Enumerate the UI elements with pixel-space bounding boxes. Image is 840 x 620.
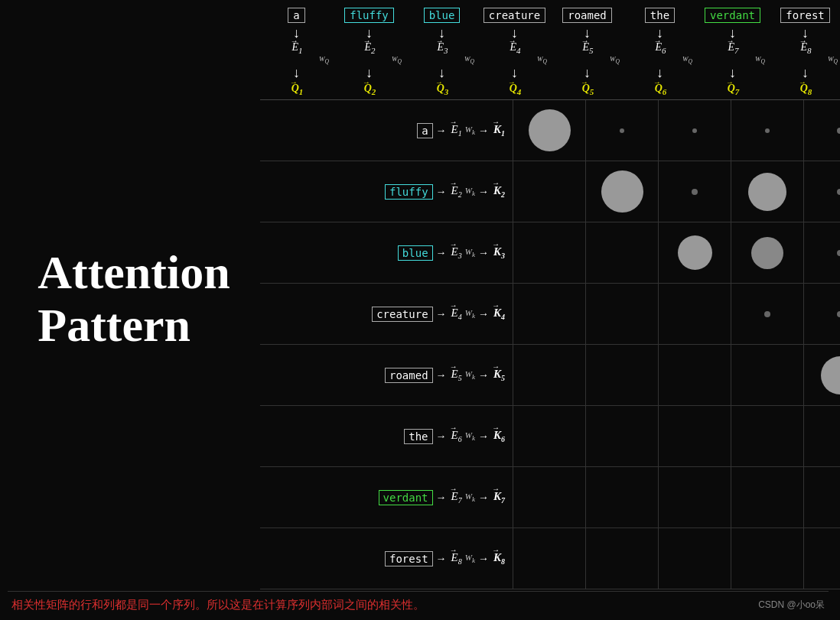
title-section: Attention Pattern xyxy=(8,8,260,589)
grid-cell-forest-creature xyxy=(731,528,803,589)
row-k-blue: → K3 xyxy=(492,245,505,260)
col-wq-0: WQ xyxy=(319,55,329,65)
col-word-forest: forest xyxy=(780,8,830,23)
grid-cell-the-roamed xyxy=(804,406,840,467)
row-word-forest: forest xyxy=(385,551,433,566)
col-word-blue: blue xyxy=(424,8,461,23)
attention-dot xyxy=(821,356,840,394)
col-header-forest: forest ↓ → E 8 WQ ↓ → Q 8 xyxy=(769,8,840,99)
grid-cell-a-blue xyxy=(659,100,731,161)
col-wq-6: WQ xyxy=(755,55,765,65)
attention-dot xyxy=(620,128,624,133)
footer-text: 相关性矩阵的行和列都是同一个序列。所以这是在计算序列内部词之间的相关性。 xyxy=(11,598,425,612)
col-e-the: → E 6 xyxy=(653,40,666,55)
col-q-fluffy: → Q 2 xyxy=(363,81,376,96)
content-row: Attention Pattern a ↓ → E 1 WQ ↓ → Q 1 xyxy=(8,8,829,589)
column-headers: a ↓ → E 1 WQ ↓ → Q 1 fluffy ↓ → E 2 WQ ↓ xyxy=(260,8,840,99)
row-label-the: the → → E6 Wk → → K6 xyxy=(260,406,513,467)
grid-cell-forest-fluffy xyxy=(586,528,658,589)
attention-dot xyxy=(529,109,571,151)
row-k-forest: → K8 xyxy=(492,551,505,566)
attention-dot xyxy=(692,128,697,133)
attention-dot xyxy=(678,235,712,270)
row-word-roamed: roamed xyxy=(385,368,433,383)
col-wq-4: WQ xyxy=(610,55,620,65)
col-q-verdant: → Q 7 xyxy=(726,81,740,96)
grid-cell-the-fluffy xyxy=(586,406,658,467)
grid-cell-creature-creature xyxy=(731,284,803,345)
attention-dot xyxy=(692,189,698,195)
col-wq-1: WQ xyxy=(392,55,402,65)
col-header-blue: blue ↓ → E 3 WQ ↓ → Q 3 xyxy=(405,8,478,99)
col-word-the: the xyxy=(645,8,675,23)
grid-cell-the-creature xyxy=(731,406,803,467)
grid-cell-a-roamed xyxy=(804,100,840,161)
col-q-blue: → Q 3 xyxy=(435,81,449,96)
row-label-blue: blue → → E3 Wk → → K3 xyxy=(260,222,513,284)
col-header-verdant: verdant ↓ → E 7 WQ ↓ → Q 7 xyxy=(696,8,769,99)
grid-cell-the-a xyxy=(513,406,585,467)
grid-col-roamed xyxy=(803,100,840,589)
grid-cell-blue-fluffy xyxy=(586,222,658,284)
title-text: Attention Pattern xyxy=(37,246,230,350)
row-labels: a → → E1 Wk → → K1 fluffy → → E2 Wk → → … xyxy=(260,100,513,589)
grid-cell-verdant-a xyxy=(513,467,585,528)
grid-cell-a-creature xyxy=(731,100,803,161)
col-wq-5: WQ xyxy=(682,55,692,65)
col-q-the: → Q 6 xyxy=(653,81,667,96)
grid-cell-a-fluffy xyxy=(586,100,658,161)
row-word-blue: blue xyxy=(398,245,433,261)
col-q-roamed: → Q 5 xyxy=(581,81,594,96)
col-wq-3: WQ xyxy=(537,55,547,65)
title-line1: Attention xyxy=(37,246,230,298)
title-line2: Pattern xyxy=(37,299,230,351)
row-word-verdant: verdant xyxy=(379,490,433,505)
row-e-forest: → E8 xyxy=(450,551,462,566)
attention-dot xyxy=(764,311,770,317)
col-word-creature: creature xyxy=(483,8,545,23)
col-word-roamed: roamed xyxy=(562,8,612,23)
col-word-a: a xyxy=(288,8,304,23)
grid-cell-roamed-fluffy xyxy=(586,345,658,406)
attention-dot xyxy=(837,250,840,256)
col-q-a: → Q 1 xyxy=(290,81,304,96)
row-e-roamed: → E5 xyxy=(450,368,462,382)
col-word-fluffy: fluffy xyxy=(344,8,394,23)
grid-cell-forest-blue xyxy=(659,528,731,589)
row-e-blue: → E3 xyxy=(450,245,462,260)
row-label-roamed: roamed → → E5 Wk → → K5 xyxy=(260,345,513,406)
grid-cell-roamed-a xyxy=(513,345,585,406)
col-e-blue: → E 3 xyxy=(435,40,448,55)
grid-cell-creature-a xyxy=(513,284,585,345)
col-q-creature: → Q 4 xyxy=(508,81,522,96)
row-e-verdant: → E7 xyxy=(450,490,462,505)
attention-dot xyxy=(748,173,786,211)
col-header-fluffy: fluffy ↓ → E 2 WQ ↓ → Q 2 xyxy=(333,8,405,99)
row-word-the: the xyxy=(404,429,432,444)
grid-cell-the-blue xyxy=(659,406,731,467)
row-k-the: → K6 xyxy=(492,429,505,443)
right-section: a ↓ → E 1 WQ ↓ → Q 1 fluffy ↓ → E 2 WQ ↓ xyxy=(260,8,840,589)
grid-col-blue xyxy=(658,100,731,589)
row-word-creature: creature xyxy=(372,307,432,322)
row-e-a: → E1 xyxy=(450,123,462,138)
grid-cell-verdant-fluffy xyxy=(586,467,658,528)
grid-cell-verdant-creature xyxy=(731,467,803,528)
row-word-a: a xyxy=(417,123,432,138)
grid-cell-blue-blue xyxy=(659,222,731,284)
col-e-a: → E 1 xyxy=(290,40,302,55)
col-header-creature: creature ↓ → E 4 WQ ↓ → Q 4 xyxy=(478,8,551,99)
grid-cell-forest-a xyxy=(513,528,585,589)
col-header-the: the ↓ → E 6 WQ ↓ → Q 6 xyxy=(623,8,696,99)
col-e-forest: → E 8 xyxy=(799,40,811,55)
grid-cell-fluffy-blue xyxy=(659,161,731,222)
grid-cell-verdant-blue xyxy=(659,467,731,528)
row-label-fluffy: fluffy → → E2 Wk → → K2 xyxy=(260,161,513,222)
attention-dot xyxy=(837,311,840,317)
grid-cell-forest-roamed xyxy=(804,528,840,589)
grid-cell-fluffy-creature xyxy=(731,161,803,222)
row-k-verdant: → K7 xyxy=(492,490,505,505)
grid-cell-blue-a xyxy=(513,222,585,284)
grid-cell-blue-roamed xyxy=(804,222,840,284)
row-e-the: → E6 xyxy=(450,429,462,443)
